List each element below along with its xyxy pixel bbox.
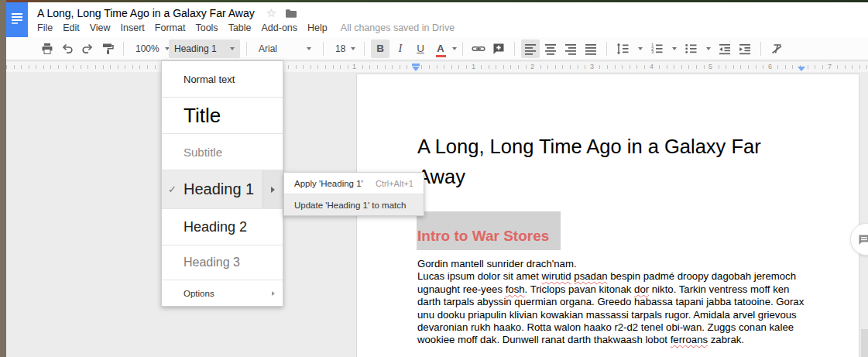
decrease-indent-button[interactable] xyxy=(715,39,734,58)
apply-heading-1-item[interactable]: Apply 'Heading 1' Ctrl+Alt+1 xyxy=(284,173,424,194)
selected-heading-highlight[interactable]: Intro to War Stores xyxy=(417,211,561,250)
bulleted-list-button[interactable] xyxy=(681,39,700,58)
menu-insert[interactable]: Insert xyxy=(121,22,145,33)
line-spacing-button[interactable] xyxy=(613,39,632,58)
left-indent-marker[interactable] xyxy=(412,64,420,71)
folder-icon[interactable] xyxy=(285,8,297,19)
menu-tools[interactable]: Tools xyxy=(195,22,218,33)
svg-text:3: 3 xyxy=(651,50,654,54)
chevron-down-icon xyxy=(351,47,355,50)
increase-indent-button[interactable] xyxy=(736,39,754,58)
align-left-button[interactable] xyxy=(521,39,540,58)
doc-paragraph[interactable]: Lucas ipsum dolor sit amet wirutid psada… xyxy=(417,270,805,346)
ruler-number: 7 xyxy=(825,63,834,70)
style-option-heading-1[interactable]: ✓ Heading 1 xyxy=(162,170,283,208)
document-page[interactable]: A Long, Long Time Ago in a Galaxy Far Aw… xyxy=(356,74,859,357)
clear-formatting-button[interactable] xyxy=(767,39,786,58)
underline-icon: U xyxy=(417,43,424,54)
align-left-icon xyxy=(523,42,537,56)
font-size-select[interactable]: 18 xyxy=(330,39,358,58)
checkmark-icon: ✓ xyxy=(168,184,177,195)
menu-file[interactable]: File xyxy=(37,22,53,33)
numbered-list-button[interactable]: 123 xyxy=(647,39,666,58)
toolbar-separator xyxy=(760,42,761,56)
doc-body[interactable]: Gordin mantell sunrider drach'nam. Lucas… xyxy=(417,258,805,347)
google-docs-window: A Long, Long Time Ago in a Galaxy Far Aw… xyxy=(0,0,868,357)
align-center-button[interactable] xyxy=(541,39,560,58)
line-spacing-icon xyxy=(616,42,630,56)
update-heading-1-item[interactable]: Update 'Heading 1' to match xyxy=(284,194,424,215)
insert-comment-button[interactable] xyxy=(489,39,508,58)
heading-1-submenu: Apply 'Heading 1' Ctrl+Alt+1 Update 'Hea… xyxy=(283,172,424,216)
shortcut-label: Ctrl+Alt+1 xyxy=(376,179,413,188)
align-right-button[interactable] xyxy=(561,39,580,58)
style-option-heading-2[interactable]: Heading 2 xyxy=(162,209,283,245)
styles-dropdown-menu: Normal text Title Subtitle ✓ Heading 1 H… xyxy=(161,60,283,307)
toolbar-separator xyxy=(123,42,124,56)
numbered-list-chevron-icon[interactable] xyxy=(672,47,677,50)
text-color-button[interactable]: A xyxy=(431,39,450,58)
ruler-number: 3 xyxy=(588,63,596,70)
line-spacing-chevron-icon[interactable] xyxy=(638,47,643,50)
first-line-indent-marker[interactable] xyxy=(412,64,420,66)
doc-heading-text[interactable]: Intro to War Stores xyxy=(417,228,549,245)
bulleted-list-chevron-icon[interactable] xyxy=(706,47,711,50)
doc-paragraph[interactable]: Gordin mantell sunrider drach'nam. xyxy=(417,258,805,270)
comment-plus-icon xyxy=(492,42,506,56)
style-option-heading-3[interactable]: Heading 3 xyxy=(162,245,283,280)
increase-indent-icon xyxy=(738,42,752,56)
style-option-label: Heading 2 xyxy=(184,219,247,235)
doc-title-text[interactable]: A Long, Long Time Ago in a Galaxy Far Aw… xyxy=(417,132,805,192)
workspace: A Long, Long Time Ago in a Galaxy Far Aw… xyxy=(6,72,868,357)
chevron-down-icon xyxy=(230,47,235,50)
ruler[interactable]: 1 1 2 3 4 5 6 7 xyxy=(6,62,868,72)
zoom-select[interactable]: 100% xyxy=(130,39,167,58)
ruler-number: 4 xyxy=(647,63,656,70)
heading-1-submenu-arrow[interactable] xyxy=(262,170,283,208)
styles-select[interactable]: Heading 1 xyxy=(169,39,240,58)
paint-format-button[interactable] xyxy=(98,39,117,58)
ruler-number: 6 xyxy=(766,63,774,70)
menu-addons[interactable]: Add-ons xyxy=(262,22,298,33)
zoom-value: 100% xyxy=(136,43,160,54)
menu-table[interactable]: Table xyxy=(228,22,252,33)
bold-button[interactable]: B xyxy=(371,39,389,58)
align-center-icon xyxy=(544,42,558,56)
header: A Long, Long Time Ago in a Galaxy Far Aw… xyxy=(6,2,868,37)
menu-edit[interactable]: Edit xyxy=(63,22,80,33)
style-option-label: Title xyxy=(184,104,221,128)
menu-format[interactable]: Format xyxy=(155,22,186,33)
align-right-icon xyxy=(564,42,578,56)
redo-button[interactable] xyxy=(78,39,97,58)
insert-link-button[interactable] xyxy=(469,39,488,58)
font-select[interactable]: Arial xyxy=(253,39,317,58)
text-color-icon: A xyxy=(437,44,444,53)
style-option-subtitle[interactable]: Subtitle xyxy=(162,134,283,170)
right-indent-marker[interactable] xyxy=(798,67,805,71)
menu-view[interactable]: View xyxy=(90,22,111,33)
desktop-edge-strip xyxy=(0,0,6,357)
toolbar-separator xyxy=(246,42,247,56)
style-option-title[interactable]: Title xyxy=(162,98,283,133)
text-color-chevron-icon[interactable] xyxy=(452,47,457,50)
comment-icon xyxy=(858,234,868,245)
undo-button[interactable] xyxy=(58,39,77,58)
star-icon[interactable]: ☆ xyxy=(266,8,276,19)
underline-button[interactable]: U xyxy=(411,39,430,58)
justify-icon xyxy=(584,42,598,56)
menu-bar: File Edit View Insert Format Tools Table… xyxy=(37,22,455,33)
docs-logo[interactable] xyxy=(6,2,28,37)
arrow-right-icon xyxy=(271,187,275,193)
ruler-number: 2 xyxy=(528,63,537,70)
print-button[interactable] xyxy=(38,39,57,58)
document-title-field[interactable]: A Long, Long Time Ago in a Galaxy Far Aw… xyxy=(37,7,255,19)
style-option-normal-text[interactable]: Normal text xyxy=(162,61,283,97)
justify-button[interactable] xyxy=(582,39,600,58)
style-option-label: Heading 3 xyxy=(184,256,240,269)
clear-formatting-icon xyxy=(770,42,784,56)
docs-document-icon xyxy=(12,13,22,26)
style-option-options[interactable]: Options xyxy=(162,280,283,306)
italic-button[interactable]: I xyxy=(391,39,410,58)
style-option-label: Normal text xyxy=(184,74,235,85)
menu-help[interactable]: Help xyxy=(307,22,328,33)
